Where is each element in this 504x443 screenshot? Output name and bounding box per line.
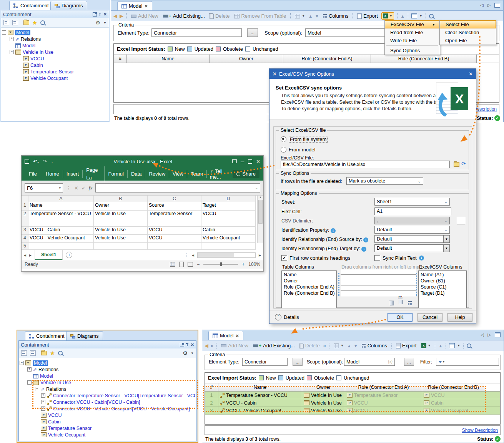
ok-button[interactable]: OK [388, 313, 413, 322]
excel-sync-button[interactable]: x▼ [381, 12, 394, 20]
sheet-tab-sheet1[interactable]: Sheet1 [35, 250, 63, 260]
auto-map-icon[interactable] [408, 301, 412, 305]
tab-containment[interactable]: Containment [9, 1, 53, 10]
list-item[interactable]: Owner (B1) [419, 278, 466, 284]
header-name[interactable]: Name [127, 55, 210, 63]
target-by-combo[interactable]: Default [374, 244, 444, 252]
search-icon[interactable] [58, 351, 63, 355]
row-header-5[interactable]: 5 [22, 243, 28, 250]
sheet-prev-icon[interactable]: ◂ [24, 252, 26, 258]
header-role-a[interactable]: Role (Connector End A) [283, 55, 371, 63]
tree-item-cabin[interactable]: +PCabin [2, 62, 108, 68]
table-row[interactable]: 1 Temperature Sensor - VCCU Vehicle In U… [205, 392, 500, 399]
next-tab-icon[interactable]: ▷ [487, 3, 491, 8]
redo-icon[interactable]: ↷ [43, 159, 47, 164]
table-row[interactable]: 3 VCCU - Vehicle Occupant Vehicle In Use… [205, 407, 500, 415]
sheet-next-icon[interactable]: ▸ [29, 252, 32, 258]
cancel-entry-icon[interactable]: ✕ [74, 185, 78, 191]
sync-plain-text-checkbox[interactable]: Sync Plain Text i [374, 255, 424, 261]
save-icon[interactable] [25, 159, 29, 164]
columns-button[interactable]: Columns [360, 342, 388, 349]
drag-strip-right[interactable] [416, 273, 418, 296]
tab-close-icon[interactable]: ✕ [144, 4, 148, 8]
cell-a4[interactable]: VCCU - Vehicle Occupant [28, 235, 94, 243]
tree-item-connector-2[interactable]: +Connector:VCCU - Cabin[VCCU - Cabin] [20, 399, 195, 405]
csv-delimiter-custom-field[interactable] [457, 217, 465, 224]
first-row-headings-checkbox[interactable]: ✓ First row contains headings [281, 255, 350, 261]
tree-item-model-table[interactable]: +Model [20, 373, 195, 379]
list-item[interactable]: Source (C1) [419, 284, 466, 290]
cell-c4[interactable]: VCCU [148, 235, 201, 243]
view-menu-arrow-icon[interactable]: ▼ [419, 14, 422, 18]
refresh-icon[interactable]: ⟳ [461, 161, 466, 167]
header-number[interactable]: # [114, 55, 127, 63]
browse-file-icon[interactable] [454, 162, 459, 167]
tree-item-relations[interactable]: +⇗Relations [20, 366, 195, 373]
ribbon-tab-formulas[interactable]: Formul [105, 170, 127, 178]
menu-item-excel-csv-file[interactable]: Excel/CSV File▸ [385, 20, 440, 28]
first-cell-field[interactable]: A1 [374, 207, 451, 215]
rows-deleted-dropdown[interactable]: Mark as obsolete⌄ [346, 177, 423, 185]
add-existing-button[interactable]: +Add Existing... [162, 12, 206, 20]
prev-tab-icon[interactable]: ◁ [481, 332, 484, 337]
header-role-b[interactable]: Role (Connector End B) [371, 55, 477, 63]
menu-item-open-file[interactable]: Open File [440, 37, 496, 45]
sheet-dropdown[interactable]: Sheet1⌄ [374, 198, 450, 206]
ribbon-tab-file[interactable]: File [25, 170, 42, 178]
cell-c3[interactable]: VCCU [148, 227, 201, 235]
hscroll-right-icon[interactable]: ▸ [259, 252, 261, 258]
move-up-icon[interactable]: ▲ [308, 14, 313, 18]
cell-b3[interactable]: Vehicle In Use [94, 227, 148, 235]
drag-strip-left[interactable] [338, 273, 340, 296]
confirm-entry-icon[interactable]: ✓ [82, 185, 86, 191]
table-search-icon[interactable] [467, 343, 471, 348]
row-header-3[interactable]: 3 [22, 227, 28, 235]
tab-model[interactable]: Model ✕ [117, 1, 152, 10]
column-header-a[interactable]: A [28, 196, 94, 202]
cell-b4[interactable]: Vehicle In Use [94, 235, 148, 243]
favorites-icon[interactable]: ★ [50, 351, 55, 355]
name-box[interactable]: F6▾ [25, 183, 63, 192]
tree-item-temperature-sensor[interactable]: +PTemperature Sensor [2, 68, 108, 75]
cell-d4[interactable]: Vehicle Occupant [201, 235, 256, 243]
tree-item-model-table[interactable]: +Model [2, 42, 108, 49]
ribbon-tab-review[interactable]: Review [145, 170, 169, 178]
cell-c5[interactable] [148, 243, 201, 250]
move-up-icon[interactable]: ▲ [347, 343, 351, 348]
mapping-slots[interactable] [341, 269, 416, 296]
list-item[interactable]: Name (A1) [419, 272, 466, 278]
info-icon[interactable]: i [419, 256, 424, 260]
header-owner[interactable]: Owner [210, 55, 283, 63]
ribbon-options-icon[interactable] [232, 159, 237, 163]
cell-a1[interactable]: Name [28, 202, 94, 211]
tab-containment[interactable]: Containment [25, 331, 69, 340]
select-all-corner[interactable] [22, 196, 28, 202]
pin-icon[interactable] [185, 343, 189, 347]
column-header-c[interactable]: C [148, 196, 201, 202]
tree-item-model-root[interactable]: −Model [20, 360, 195, 366]
quick-access-customize-icon[interactable]: ⌄ [51, 159, 54, 163]
toolbar-overflow-icon[interactable]: » [211, 343, 213, 348]
list-item[interactable]: Role (Connector End B) [282, 290, 336, 296]
collapse-selected-icon[interactable] [30, 350, 36, 356]
excel-columns-list[interactable]: Name (A1) Owner (B1) Source (C1) Target … [418, 270, 467, 308]
row-header-1[interactable]: 1 [22, 202, 28, 211]
header-role-b[interactable]: Role (Connector End B) [422, 383, 485, 391]
collapse-all-icon[interactable] [3, 20, 9, 25]
file-path-field[interactable]: file://C:/Documents/Vehicle In Use.xlsx [281, 161, 450, 168]
ribbon-tab-home[interactable]: Home [42, 170, 63, 178]
info-icon[interactable]: i [361, 247, 366, 252]
page-break-view-icon[interactable] [188, 262, 193, 267]
filter-field[interactable]: ▼ [436, 358, 499, 366]
tree-item-relations-nested[interactable]: −⇗Relations [20, 386, 195, 392]
forward-icon[interactable]: ▶ [120, 13, 123, 19]
identification-dropdown[interactable]: Default⌄ [374, 226, 450, 234]
prev-tab-icon[interactable]: ◁ [480, 3, 483, 8]
formula-input[interactable]: ⌄ [95, 183, 260, 192]
remove-from-table-button[interactable]: Remove From Table [233, 12, 287, 20]
maximize-icon[interactable] [248, 159, 252, 164]
element-type-browse-button[interactable]: ... [293, 358, 303, 366]
add-existing-button[interactable]: +Add Existing... [252, 342, 296, 349]
toolbar-overflow-icon[interactable]: » [323, 343, 326, 348]
menu-item-sync-options[interactable]: Sync Options [385, 46, 440, 55]
